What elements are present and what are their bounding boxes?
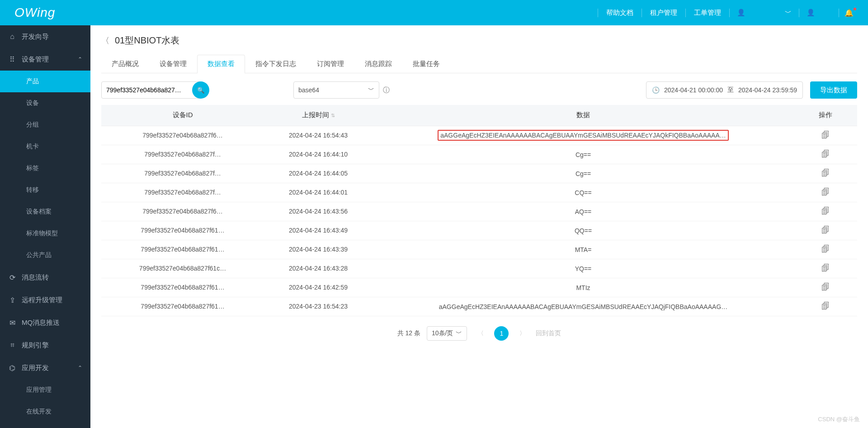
export-button[interactable]: 导出数据 [810, 81, 857, 99]
cell-time: 2024-04-24 16:43:39 [264, 240, 373, 259]
view-detail-icon[interactable]: 🗐 [821, 226, 830, 235]
sidebar-item-2[interactable]: ⟳消息流转 [0, 266, 90, 289]
page-1[interactable]: 1 [494, 326, 509, 341]
table-row: 799ef33527e04b68a827f…2024-04-24 16:44:1… [101, 145, 857, 164]
sidebar-item-4[interactable]: ✉MQ消息推送 [0, 311, 90, 334]
menu-icon: ⟳ [8, 273, 16, 282]
chevron-icon: ⌃ [78, 365, 82, 371]
view-detail-icon[interactable]: 🗐 [821, 188, 830, 197]
sidebar-sub-6-2[interactable]: API在线文档 [0, 423, 90, 428]
menu-icon: ⌬ [8, 364, 16, 372]
notification-dot [854, 8, 856, 10]
cell-id: 799ef33527e04b68a827f61c… [101, 259, 264, 278]
sidebar-sub-6-0[interactable]: 应用管理 [0, 379, 90, 401]
back-button[interactable]: 〈 [101, 35, 109, 46]
chevron-down-icon: ﹀ [456, 329, 462, 338]
cell-data: CQ== [373, 183, 794, 202]
sidebar-sub-1-6[interactable]: 设备档案 [0, 201, 90, 223]
bell-icon: 🔔 [844, 9, 854, 17]
col-op: 操作 [794, 105, 857, 126]
encoding-select-wrap: base64 ﹀ ⓘ [293, 81, 390, 99]
tab-2[interactable]: 数据查看 [197, 55, 245, 73]
cell-data: YQ== [373, 259, 794, 278]
data-table: 设备ID 上报时间⇅ 数据 操作 799ef33527e04b68a827f6…… [101, 105, 857, 316]
sidebar-item-6[interactable]: ⌬应用开发⌃ [0, 357, 90, 379]
header-user-2[interactable]: 👤 [799, 9, 839, 17]
sidebar-sub-6-1[interactable]: 在线开发 [0, 401, 90, 423]
sidebar-label: 设备管理 [22, 55, 49, 64]
view-detail-icon[interactable]: 🗐 [821, 302, 830, 311]
tab-5[interactable]: 消息跟踪 [354, 55, 402, 73]
cell-id: 799ef33527e04b68a827f6… [101, 202, 264, 221]
sidebar-sub-1-2[interactable]: 分组 [0, 114, 90, 136]
sidebar-sub-1-7[interactable]: 标准物模型 [0, 223, 90, 244]
info-icon[interactable]: ⓘ [383, 86, 390, 95]
cell-op: 🗐 [794, 164, 857, 183]
cell-time: 2024-04-24 16:42:59 [264, 278, 373, 297]
menu-icon: ⌗ [8, 341, 16, 349]
sidebar-item-0[interactable]: ⌂开发向导 [0, 25, 90, 48]
sidebar-item-1[interactable]: ⠿设备管理⌃ [0, 48, 90, 71]
sidebar-sub-1-4[interactable]: 标签 [0, 157, 90, 179]
tab-3[interactable]: 指令下发日志 [245, 55, 307, 73]
encoding-select[interactable]: base64 ﹀ [293, 81, 379, 99]
tab-1[interactable]: 设备管理 [149, 55, 197, 73]
table-row: 799ef33527e04b68a827f61…2024-04-24 16:43… [101, 240, 857, 259]
main-content: 〈 01型NBIOT水表 产品概况设备管理数据查看指令下发日志订阅管理消息跟踪批… [90, 25, 868, 428]
page-size-select[interactable]: 10条/页 ﹀ [427, 326, 467, 341]
sidebar-sub-1-3[interactable]: 机卡 [0, 136, 90, 157]
view-detail-icon[interactable]: 🗐 [821, 207, 830, 216]
back-home-link[interactable]: 回到首页 [536, 329, 561, 338]
chevron-down-icon: ﹀ [785, 9, 792, 17]
header-link-ticket[interactable]: 工单管理 [685, 9, 729, 17]
cell-op: 🗐 [794, 259, 857, 278]
notification-bell[interactable]: 🔔 [839, 9, 859, 17]
sidebar-item-3[interactable]: ⇪远程升级管理 [0, 289, 90, 311]
next-page[interactable]: 〉 [515, 326, 529, 341]
cell-op: 🗐 [794, 183, 857, 202]
col-time[interactable]: 上报时间⇅ [264, 105, 373, 126]
date-range-picker[interactable]: 🕒 2024-04-21 00:00:00 至 2024-04-24 23:59… [646, 81, 803, 99]
user-name [748, 9, 782, 17]
view-detail-icon[interactable]: 🗐 [821, 150, 830, 159]
cell-id: 799ef33527e04b68a827f61… [101, 297, 264, 316]
tab-6[interactable]: 批量任务 [402, 55, 450, 73]
sidebar-sub-1-0[interactable]: 产品 [0, 71, 90, 92]
cell-time: 2024-04-24 16:43:49 [264, 221, 373, 240]
table-row: 799ef33527e04b68a827f61c…2024-04-24 16:4… [101, 259, 857, 278]
encoding-value: base64 [298, 86, 319, 94]
search-button[interactable]: 🔍 [192, 81, 209, 99]
tab-0[interactable]: 产品概况 [101, 55, 149, 73]
cell-id: 799ef33527e04b68a827f… [101, 145, 264, 164]
cell-id: 799ef33527e04b68a827f61… [101, 240, 264, 259]
sidebar-label: 规则引擎 [22, 341, 49, 350]
search-icon: 🔍 [197, 87, 205, 94]
header-user-1[interactable]: 👤 ﹀ [729, 9, 799, 17]
tab-4[interactable]: 订阅管理 [307, 55, 354, 73]
date-sep: 至 [727, 86, 734, 94]
sidebar-sub-1-5[interactable]: 转移 [0, 179, 90, 201]
sidebar-sub-1-1[interactable]: 设备 [0, 92, 90, 114]
prev-page[interactable]: 〈 [473, 326, 488, 341]
sidebar-sub-1-8[interactable]: 公共产品 [0, 244, 90, 266]
search-input[interactable] [101, 81, 201, 99]
cell-time: 2024-04-24 16:44:01 [264, 183, 373, 202]
table-row: 799ef33527e04b68a827f61…2024-04-24 16:43… [101, 221, 857, 240]
cell-op: 🗐 [794, 240, 857, 259]
page-size-label: 10条/页 [432, 329, 453, 338]
view-detail-icon[interactable]: 🗐 [821, 264, 830, 273]
header-link-tenant[interactable]: 租户管理 [642, 9, 685, 17]
view-detail-icon[interactable]: 🗐 [821, 283, 830, 292]
view-detail-icon[interactable]: 🗐 [821, 131, 830, 140]
header-link-help[interactable]: 帮助文档 [598, 9, 642, 17]
cell-time: 2024-04-23 16:54:23 [264, 297, 373, 316]
sidebar-label: 消息流转 [22, 273, 49, 282]
view-detail-icon[interactable]: 🗐 [821, 169, 830, 178]
view-detail-icon[interactable]: 🗐 [821, 245, 830, 254]
cell-id: 799ef33527e04b68a827f… [101, 164, 264, 183]
cell-id: 799ef33527e04b68a827f6… [101, 126, 264, 145]
total-text: 共 12 条 [397, 329, 420, 338]
sidebar-item-5[interactable]: ⌗规则引擎 [0, 334, 90, 357]
sidebar-label: 应用开发 [22, 364, 49, 372]
table-row: 799ef33527e04b68a827f…2024-04-24 16:44:0… [101, 164, 857, 183]
